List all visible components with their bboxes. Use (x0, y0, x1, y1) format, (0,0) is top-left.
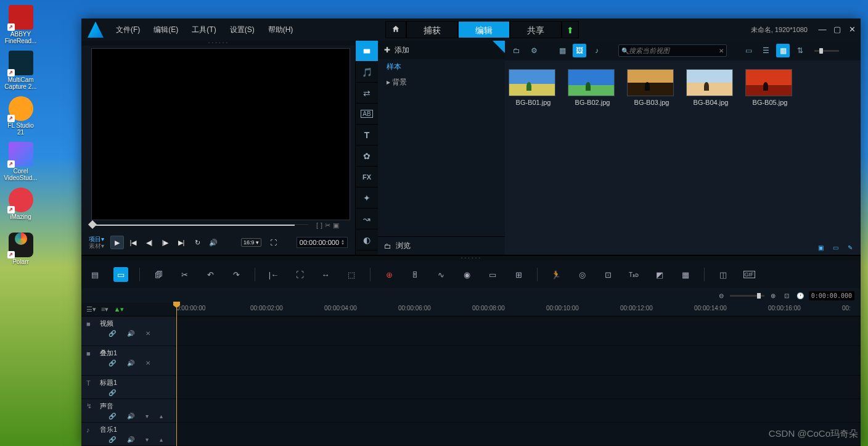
panel-grip[interactable]: • • • • • • (81, 41, 355, 46)
mark-in-icon[interactable]: [ (316, 221, 318, 229)
fullscreen-button[interactable]: ⛶ (266, 236, 280, 249)
tab-capture[interactable]: 捕获 (406, 21, 458, 38)
track-opts-icon[interactable]: ≡▾ (101, 305, 108, 313)
import-button[interactable]: 🗀 (510, 44, 523, 57)
add-button[interactable]: ✚ 添加 (378, 41, 505, 59)
track-menu-icon[interactable]: ☰▾ (86, 305, 96, 313)
track-btn[interactable]: 🔊 (127, 413, 134, 419)
filter-image[interactable]: 🖼 (573, 44, 586, 57)
volume-button[interactable]: 🔊 (207, 236, 220, 249)
vtab-fx[interactable]: FX (356, 167, 378, 188)
track-btn[interactable]: 🔗 (108, 330, 116, 337)
filter-all[interactable]: ▦ (555, 44, 569, 57)
track-body[interactable] (176, 423, 861, 445)
clock-icon[interactable]: 🕐 (795, 292, 805, 299)
view-list[interactable]: ▭ (742, 44, 755, 57)
subtitle-button[interactable]: ▭ (485, 267, 500, 282)
tab-edit[interactable]: 编辑 (458, 21, 510, 38)
track-header[interactable]: T标题1🔗 (81, 376, 176, 399)
stabilize-button[interactable]: ⊡ (600, 267, 615, 282)
pan-button[interactable]: ▦ (678, 267, 693, 282)
timeline-grip[interactable]: • • • • • • (81, 256, 861, 261)
track-btn[interactable]: 🔗 (108, 413, 116, 419)
track[interactable]: T标题1🔗 (81, 376, 861, 399)
track-btn[interactable]: ✕ (145, 330, 150, 337)
close-button[interactable]: ✕ (846, 23, 858, 36)
next-frame-button[interactable]: |▶ (158, 236, 172, 249)
copy-button[interactable]: 🗐 (151, 267, 166, 282)
record-button[interactable]: ⊕ (382, 267, 396, 282)
menu-tools[interactable]: 工具(T) (186, 19, 222, 41)
track-motion[interactable]: ◎ (575, 267, 589, 282)
track-body[interactable] (176, 346, 861, 375)
track-header[interactable]: ■叠加1🔗🔊✕ (81, 346, 176, 375)
vtab-transition[interactable]: ⇄ (356, 83, 378, 104)
ratio-button[interactable]: ◫ (716, 267, 731, 282)
track[interactable]: ♪音乐1🔗🔊▾▴ (81, 423, 861, 446)
track-body[interactable] (176, 376, 861, 399)
playhead[interactable] (176, 303, 177, 446)
goto-start-button[interactable]: |◀ (126, 236, 140, 249)
menu-help[interactable]: 帮助(H) (262, 19, 300, 41)
track[interactable]: ■视频🔗🔊✕ (81, 316, 861, 346)
track-btn[interactable]: ✕ (145, 360, 150, 366)
loop-button[interactable]: ↻ (190, 236, 204, 249)
preview-canvas[interactable] (91, 48, 350, 220)
split-icon[interactable]: ✂ (325, 221, 330, 229)
desktop-icon-abbyy[interactable]: ↗ABBYY FineRead... (4, 5, 38, 44)
vtab-text[interactable]: T (356, 125, 378, 146)
undo-button[interactable]: ↶ (203, 267, 218, 282)
track-header[interactable]: ■视频🔗🔊✕ (81, 316, 176, 345)
timeline-mode[interactable]: ▭ (113, 267, 128, 282)
desktop-icon-polarr[interactable]: ↗Polarr (4, 233, 38, 265)
search-input[interactable] (629, 47, 719, 54)
project-label[interactable]: 项目▾ (89, 236, 104, 242)
zoom-fit-button[interactable]: ⊡ (782, 292, 792, 299)
menu-file[interactable]: 文件(F) (110, 19, 146, 41)
vtab-path[interactable]: ↝ (356, 209, 378, 229)
track-btn[interactable]: 🔗 (108, 389, 116, 396)
preview-timecode[interactable]: 00:00:00:000▲▼ (297, 237, 348, 248)
browse-button[interactable]: 🗀 浏览 (378, 236, 505, 255)
prev-frame-button[interactable]: ◀| (142, 236, 156, 249)
track-body[interactable] (176, 399, 861, 422)
zoom-slider[interactable] (730, 295, 764, 297)
tree-node-bg[interactable]: ▸ 背景 (378, 75, 505, 90)
crop-button[interactable]: ⬚ (344, 267, 359, 282)
maximize-button[interactable]: ▢ (831, 23, 843, 36)
vtab-ar[interactable]: ✦ (356, 188, 378, 209)
filter-audio[interactable]: ♪ (590, 44, 604, 57)
vtab-media[interactable] (356, 41, 378, 62)
thumbnail[interactable]: BG-B03.jpg (627, 69, 676, 234)
motion-button[interactable]: 🏃 (549, 267, 563, 282)
tab-home[interactable] (385, 21, 406, 38)
gif-button[interactable]: GIF (742, 267, 756, 282)
track-btn[interactable]: 🔊 (127, 360, 134, 366)
clip-label[interactable]: 素材▾ (89, 243, 104, 249)
desktop-icon-imazing[interactable]: ↗iMazing (4, 188, 38, 220)
track-body[interactable] (176, 316, 861, 345)
tree-node-sample[interactable]: 样本 (378, 59, 505, 75)
thumbnail[interactable]: BG-B01.jpg (509, 69, 558, 234)
scrub-bar[interactable]: []✂▣ (91, 220, 345, 230)
search-box[interactable]: 🔍 ✕ (618, 44, 727, 57)
menu-settings[interactable]: 设置(S) (224, 19, 261, 41)
tab-upload[interactable]: ⬆ (562, 21, 579, 38)
view-detail[interactable]: ☰ (759, 44, 772, 57)
scrub-knob-icon[interactable] (88, 220, 97, 229)
track-btn[interactable]: 🔗 (108, 360, 116, 366)
track-btn[interactable]: ▾ (145, 413, 149, 419)
thumbnail[interactable]: BG-B05.jpg (745, 69, 795, 234)
snapshot-icon[interactable]: ▣ (333, 221, 339, 229)
fit-project[interactable]: ⛶ (292, 267, 307, 282)
track-btn[interactable]: 🔗 (108, 436, 116, 443)
track-header[interactable]: ↯声音🔗🔊▾▴ (81, 399, 176, 422)
chapter-button[interactable]: ◉ (459, 267, 474, 282)
thumbnail[interactable]: BG-B02.jpg (568, 69, 617, 234)
refresh-button[interactable]: ⚙ (527, 44, 541, 57)
track-header[interactable]: ♪音乐1🔗🔊▾▴ (81, 423, 176, 445)
vtab-graphic[interactable]: ✿ (356, 146, 378, 167)
play-button[interactable]: ▶ (110, 236, 124, 249)
menu-edit[interactable]: 编辑(E) (147, 19, 184, 41)
single-view-icon[interactable]: ▭ (830, 244, 841, 253)
